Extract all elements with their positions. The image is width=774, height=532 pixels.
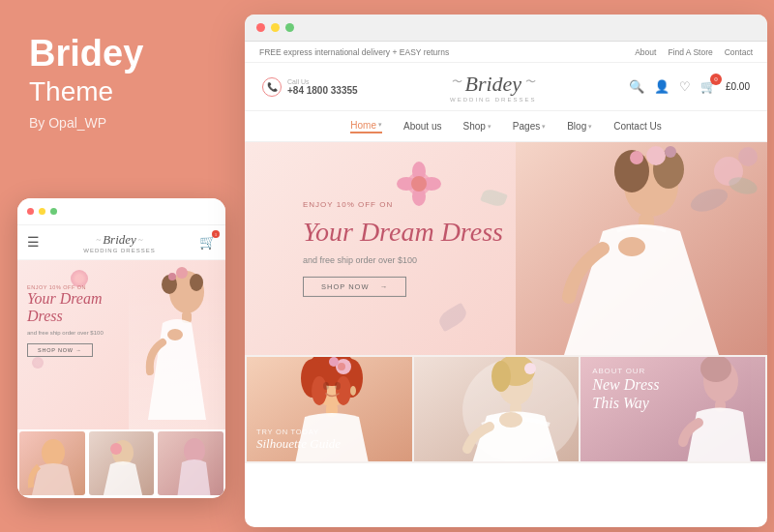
- nav-item-blog[interactable]: Blog ▾: [567, 121, 592, 132]
- svg-point-7: [42, 439, 65, 466]
- svg-point-48: [491, 361, 511, 392]
- svg-point-51: [524, 363, 536, 374]
- mobile-shop-button[interactable]: SHOP NOW →: [27, 343, 93, 357]
- nav-item-home[interactable]: Home ▾: [350, 120, 382, 133]
- call-us-label: Call Us: [287, 78, 358, 85]
- nav-arrow-shop: ▾: [488, 123, 491, 131]
- header-center: 〜 Bridey 〜 WEDDING DRESSES: [450, 72, 536, 103]
- bride-svg: [516, 142, 767, 355]
- header-right: 🔍 👤 ♡ 🛒 0 £0.00: [629, 79, 750, 95]
- svg-point-43: [350, 386, 356, 396]
- browser-dot-green: [285, 23, 294, 32]
- nav-item-pages[interactable]: Pages ▾: [513, 121, 546, 132]
- nav-arrow-home: ▾: [378, 121, 382, 129]
- svg-point-25: [618, 237, 645, 256]
- svg-point-4: [190, 274, 203, 291]
- svg-point-22: [630, 151, 643, 164]
- info-link-about[interactable]: About: [635, 47, 656, 57]
- svg-point-41: [329, 357, 339, 367]
- hero-section: ENJOY 10% OFF ON Your Dream Dress and fr…: [245, 142, 767, 355]
- header-contact: Call Us +84 1800 33355: [287, 78, 358, 96]
- hero-btn-arrow: →: [380, 282, 389, 291]
- svg-point-35: [312, 376, 327, 405]
- mobile-thumb-2: [89, 431, 155, 495]
- logo-wing-right: 〜: [524, 74, 535, 89]
- hero-title: Your Dream Dress: [303, 217, 503, 248]
- nav-item-about[interactable]: About us: [403, 121, 441, 132]
- mobile-hero-title: Your DreamDress: [27, 290, 104, 326]
- mobile-dot-yellow: [39, 208, 45, 215]
- info-bar: FREE express international delivery + EA…: [245, 42, 767, 63]
- svg-point-23: [665, 146, 676, 158]
- browser-dot-yellow: [271, 23, 280, 32]
- header-phone: +84 1800 33355: [287, 85, 358, 96]
- mobile-logo: ~ Bridey ~: [96, 232, 142, 248]
- svg-point-42: [338, 363, 345, 370]
- svg-point-38: [323, 382, 329, 390]
- site-tagline: WEDDING DRESSES: [450, 97, 536, 103]
- nav-item-shop[interactable]: Shop ▾: [462, 121, 491, 132]
- header-left: 📞 Call Us +84 1800 33355: [262, 77, 358, 97]
- mobile-top-bar: [17, 198, 225, 225]
- theme-label: Theme: [29, 76, 213, 107]
- cart-amount: £0.00: [726, 81, 750, 92]
- theme-author: By Opal_WP: [29, 115, 213, 131]
- cart-count-badge: 0: [710, 74, 722, 85]
- product-1-label-small: Try on today: [256, 428, 341, 436]
- svg-point-5: [176, 267, 188, 279]
- mobile-hero-text: ENJOY 10% OFF ON Your DreamDress and fre…: [27, 284, 104, 357]
- svg-point-21: [646, 146, 666, 165]
- svg-point-2: [167, 329, 183, 340]
- mobile-flower-decoration-2: [32, 357, 44, 369]
- mobile-hero-sub: and free ship order over $100: [27, 330, 104, 336]
- browser-dot-red: [256, 23, 265, 32]
- product-row: Try on today Silhouette Guide: [245, 355, 767, 463]
- product-3-about-label: About Our: [592, 367, 679, 375]
- mobile-thumb-1: [19, 431, 85, 495]
- product-thumb-3[interactable]: About Our New Dress This Way: [580, 357, 765, 461]
- user-icon[interactable]: 👤: [654, 79, 670, 95]
- product-1-label-title: Silhouette Guide: [256, 436, 341, 452]
- mobile-dot-green: [50, 208, 57, 215]
- mobile-nav: ☰ ~ Bridey ~ WEDDING DRESSES 🛒 1: [17, 225, 225, 260]
- wishlist-icon[interactable]: ♡: [679, 79, 691, 95]
- mobile-hero: ENJOY 10% OFF ON Your DreamDress and fre…: [17, 260, 225, 429]
- hero-discount-text: ENJOY 10% OFF ON: [303, 200, 503, 209]
- nav-arrow-pages: ▾: [542, 123, 546, 131]
- info-bar-links: About Find A Store Contact: [635, 47, 753, 57]
- browser-top-bar: [245, 15, 767, 42]
- hero-content: ENJOY 10% OFF ON Your Dream Dress and fr…: [303, 200, 503, 297]
- product-3-about: About Our New Dress This Way: [592, 367, 679, 412]
- mobile-logo-sub: WEDDING DRESSES: [83, 248, 155, 253]
- mobile-thumbnails: [17, 429, 225, 497]
- search-icon[interactable]: 🔍: [629, 79, 644, 95]
- product-thumb-2[interactable]: [414, 357, 580, 461]
- info-link-store[interactable]: Find A Store: [668, 47, 712, 57]
- product-1-label: Try on today Silhouette Guide: [256, 428, 341, 452]
- info-link-contact[interactable]: Contact: [725, 47, 753, 57]
- theme-name: Bridey: [29, 34, 213, 74]
- hero-subtitle: and free ship order over $100: [303, 255, 503, 265]
- svg-point-6: [168, 273, 176, 281]
- info-bar-text: FREE express international delivery + EA…: [259, 47, 449, 57]
- svg-point-27: [738, 147, 758, 166]
- phone-icon: 📞: [262, 77, 282, 97]
- svg-point-50: [499, 412, 522, 428]
- product-thumb-1[interactable]: Try on today Silhouette Guide: [247, 357, 412, 461]
- hamburger-icon[interactable]: ☰: [27, 234, 40, 251]
- cart-wrapper: 🛒 0: [700, 79, 716, 95]
- site-header: 📞 Call Us +84 1800 33355 〜 Bridey 〜 WEDD…: [245, 63, 767, 111]
- svg-point-39: [335, 382, 341, 390]
- mobile-bride-svg: [129, 265, 225, 429]
- bride-image-area: [516, 142, 767, 355]
- browser-mockup: FREE express international delivery + EA…: [245, 15, 767, 527]
- site-nav: Home ▾ About us Shop ▾ Pages ▾ Blog ▾ Co…: [245, 111, 767, 142]
- hero-shop-button[interactable]: SHOP NOW →: [303, 277, 406, 297]
- nav-item-contact[interactable]: Contact Us: [613, 121, 661, 132]
- mobile-cart-icon[interactable]: 🛒 1: [199, 234, 216, 251]
- svg-point-36: [336, 376, 351, 405]
- logo-wing-left: 〜: [451, 74, 461, 89]
- svg-point-16: [411, 176, 427, 192]
- mobile-thumb-3: [158, 431, 223, 495]
- mobile-dot-red: [27, 208, 34, 215]
